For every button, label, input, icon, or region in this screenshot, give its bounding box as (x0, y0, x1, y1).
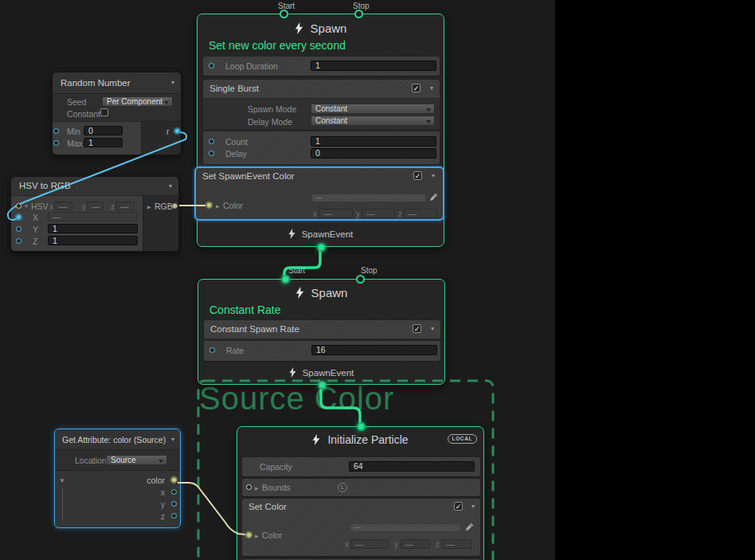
flow-stop-label: Stop (361, 266, 378, 275)
expander-down-icon[interactable]: ▼ (59, 477, 65, 484)
spawn-mode-dropdown[interactable]: Constant (311, 104, 435, 114)
stop-port[interactable] (356, 275, 365, 284)
chevron-down-icon[interactable]: ▾ (169, 182, 172, 190)
bounds-row[interactable]: ▶ Bounds L (242, 479, 480, 496)
block-enable-checkbox[interactable]: ✓ (454, 502, 463, 511)
stop-port[interactable] (354, 10, 363, 18)
expander-right-icon[interactable]: ▶ (255, 485, 259, 491)
eyedropper-icon[interactable] (465, 523, 474, 531)
color-swatch-field[interactable]: — (311, 194, 426, 202)
constant-spawn-rate-block[interactable]: Constant Spawn Rate ✓ ▾ Rate 16 (204, 320, 440, 361)
max-port[interactable] (53, 140, 59, 146)
local-space-icon[interactable]: L (338, 483, 347, 492)
single-burst-block[interactable]: Single Burst ✓ ▾ Spawn Mode Constant Del… (203, 80, 440, 164)
set-color-block[interactable]: Set Color ✓ ▾ ▶ Color — x — y — z — (242, 499, 480, 556)
count-port[interactable] (209, 139, 214, 144)
hsv-port[interactable] (16, 203, 22, 209)
chevron-down-icon[interactable]: ▾ (171, 436, 174, 443)
spawnevent-color-port[interactable] (206, 202, 212, 208)
expander-right-icon[interactable]: ▶ (147, 204, 151, 210)
spawnevent-out-port[interactable] (318, 381, 327, 390)
chevron-down-icon[interactable]: ▾ (471, 503, 475, 510)
expander-line (62, 488, 63, 520)
loop-duration-field[interactable]: 1 (311, 61, 436, 71)
loop-duration-port[interactable] (209, 63, 214, 69)
color-swatch-field[interactable]: — (350, 523, 461, 532)
chevron-down-icon[interactable]: ▾ (171, 79, 174, 86)
z-output-port[interactable] (171, 513, 177, 519)
edge-getattr-to-setcolor[interactable] (178, 483, 245, 535)
rate-field[interactable]: 16 (311, 345, 437, 355)
rate-port[interactable] (209, 347, 215, 353)
y-field[interactable]: 1 (48, 224, 138, 233)
chevron-down-icon[interactable]: ▾ (431, 325, 434, 332)
color-z-field: — (403, 209, 437, 218)
vfx-graph-canvas[interactable]: Source Color Start Stop Start Stop Spawn… (0, 0, 555, 560)
get-attribute-node[interactable]: Get Attribute: color (Source) ▾ Location… (54, 429, 181, 528)
loop-duration-row[interactable]: Loop Duration 1 (203, 57, 440, 76)
y-output-port[interactable] (171, 501, 177, 507)
color-output-port[interactable] (171, 477, 177, 483)
bounds-port[interactable] (246, 484, 252, 490)
z-axis-label: z (111, 202, 115, 211)
min-port[interactable] (53, 128, 59, 134)
node-title: HSV to RGB (19, 181, 71, 190)
block-title: Set Color (248, 502, 287, 511)
capacity-row[interactable]: Capacity 64 (242, 457, 480, 476)
x-port[interactable] (16, 214, 22, 220)
color-y-field: — (362, 209, 395, 218)
location-dropdown[interactable]: Source (106, 455, 167, 465)
z-port[interactable] (16, 238, 22, 244)
y-port[interactable] (16, 226, 22, 232)
capacity-field[interactable]: 64 (349, 461, 475, 472)
y-axis-label: y (394, 540, 398, 549)
z-field[interactable]: 1 (48, 236, 138, 245)
min-field[interactable]: 0 (84, 126, 123, 135)
x-field: — (48, 212, 138, 221)
chevron-down-icon[interactable]: ▾ (430, 84, 433, 92)
delay-label: Delay (225, 149, 247, 159)
color-y-field: — (400, 539, 430, 549)
delay-field[interactable]: 0 (311, 148, 436, 159)
color-label: Color (223, 201, 243, 210)
start-port[interactable] (280, 10, 288, 18)
y-label: Y (33, 225, 38, 234)
hsv-label: HSV (31, 202, 49, 211)
spawn-context-1[interactable]: Spawn Set new color every second Loop Du… (197, 14, 444, 247)
delay-mode-dropdown[interactable]: Constant (311, 116, 435, 126)
initialize-particle-context[interactable]: Initialize Particle LOCAL Capacity 64 ▶ … (237, 426, 484, 560)
rgb-output-port[interactable] (172, 203, 178, 209)
start-port[interactable] (281, 275, 290, 284)
context-title: Initialize Particle (237, 433, 483, 446)
init-bolt-icon (312, 434, 320, 445)
spawn-context-2[interactable]: Spawn Constant Rate Constant Spawn Rate … (198, 279, 445, 385)
set-color-port[interactable] (246, 532, 252, 538)
r-output-port[interactable] (174, 128, 180, 134)
block-enable-checkbox[interactable]: ✓ (413, 324, 421, 333)
hsv-to-rgb-node[interactable]: HSV to RGB ▾ ▼ HSV x — y — z — X — Y 1 Z (10, 176, 179, 252)
delay-port[interactable] (209, 151, 214, 156)
particle-in-port[interactable] (357, 422, 366, 431)
spawnevent-out-port[interactable] (317, 243, 326, 252)
expander-down-icon[interactable]: ▼ (24, 204, 29, 209)
block-title: Constant Spawn Rate (210, 324, 299, 334)
expander-right-icon[interactable]: ▶ (216, 203, 220, 209)
expander-right-icon[interactable]: ▶ (255, 533, 259, 538)
max-field[interactable]: 1 (84, 138, 123, 147)
right-black-panel (555, 0, 755, 560)
block-enable-checkbox[interactable]: ✓ (413, 171, 422, 180)
chevron-down-icon[interactable]: ▾ (432, 172, 435, 179)
hsv-x-field: — (54, 202, 72, 210)
block-enable-checkbox[interactable]: ✓ (412, 84, 421, 92)
random-number-node[interactable]: Random Number ▾ Seed Per Component Const… (52, 72, 182, 155)
x-output-port[interactable] (171, 489, 177, 495)
block-title: Set SpawnEvent Color (202, 171, 295, 181)
eyedropper-icon[interactable] (429, 193, 438, 202)
hsv-z-field: — (115, 202, 135, 210)
seed-dropdown[interactable]: Per Component (102, 96, 173, 107)
loop-duration-label: Loop Duration (225, 61, 278, 71)
constant-checkbox[interactable] (100, 108, 108, 116)
set-spawnevent-color-block[interactable]: Set SpawnEvent Color ✓ ▾ ▶ Color — x — y… (194, 166, 444, 221)
count-field[interactable]: 1 (311, 136, 436, 147)
flow-start-label: Start (278, 2, 295, 10)
